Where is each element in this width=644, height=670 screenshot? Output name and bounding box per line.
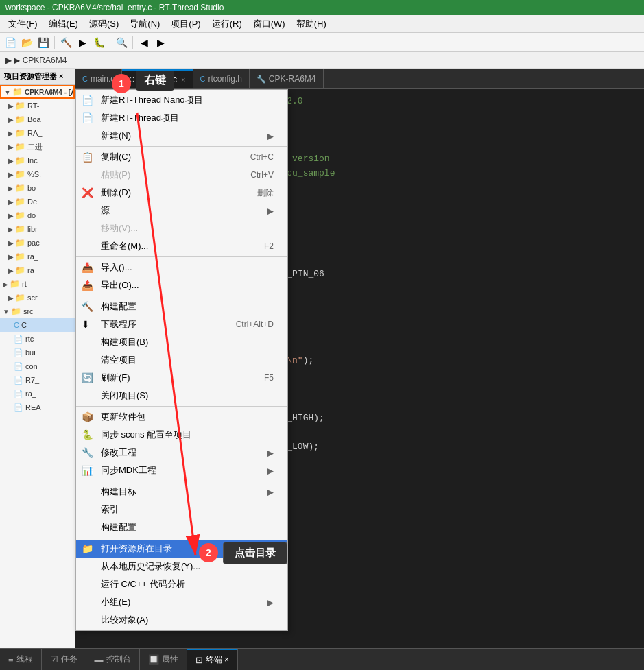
cm-build-config2[interactable]: 构建配置 [76, 518, 287, 536]
cm-run-analysis[interactable]: 运行 C/C++ 代码分析 [76, 575, 287, 593]
cm-update-package[interactable]: 📦 更新软件包 [76, 408, 287, 426]
cm-download[interactable]: ⬇ 下载程序 Ctrl+Alt+D [76, 315, 287, 333]
cm-team-arrow: ▶ [267, 597, 274, 608]
annotation-circle-2: 2 [199, 543, 218, 562]
bottom-tab-task[interactable]: ☑ 任务 [42, 649, 86, 670]
bottom-tab-terminal-label: 终端 × [206, 654, 229, 666]
cm-refresh[interactable]: 🔄 刷新(F) F5 [76, 369, 287, 387]
cm-copy-icon: 📋 [82, 152, 93, 163]
sidebar-item-bui[interactable]: 📄bui [0, 346, 75, 359]
cm-build-config[interactable]: 🔨 构建配置 [76, 298, 287, 315]
cm-team[interactable]: 小组(E) ▶ [76, 593, 287, 611]
sidebar-item-pct[interactable]: ▶📁%S. [0, 167, 75, 181]
sidebar-item-src[interactable]: ▼📁src [0, 304, 75, 318]
sidebar-item-c-file[interactable]: CC [0, 318, 75, 332]
menu-run[interactable]: 运行(R) [206, 16, 248, 32]
callout-right-click: 右键 [136, 71, 174, 91]
cm-sync-mdk-icon: 📊 [82, 465, 93, 476]
cm-sep3 [76, 296, 287, 296]
sidebar-item-scr[interactable]: ▶📁scr [0, 291, 75, 304]
callout2-label: 点击目录 [235, 547, 276, 558]
cm-refresh-label: 刷新(F) [101, 372, 130, 384]
bottom-tab-console[interactable]: ▬ 控制台 [86, 649, 140, 670]
toolbar-forward[interactable]: ▶ [153, 35, 168, 50]
tab-close-hal[interactable]: × [181, 75, 185, 84]
sidebar-item-do[interactable]: ▶📁do [0, 208, 75, 222]
cm-move-label: 移动(V)... [101, 222, 138, 235]
toolbar-back[interactable]: ◀ [136, 35, 152, 50]
sidebar-item-ra3[interactable]: 📄ra_ [0, 387, 75, 400]
toolbar-search[interactable]: 🔍 [114, 35, 129, 50]
cm-build-project[interactable]: 构建项目(B) [76, 333, 287, 351]
sidebar-item-bo[interactable]: ▶📁bo [0, 181, 75, 195]
toolbar-build[interactable]: 🔨 [58, 35, 73, 50]
cm-compare[interactable]: 比较对象(A) [76, 611, 287, 629]
cm-new-rtthread[interactable]: 📄 新建RT-Thread项目 [76, 109, 287, 127]
cm-export[interactable]: 📤 导出(O)... [76, 276, 287, 294]
cm-build-project-label: 构建项目(B) [101, 336, 148, 348]
menu-source[interactable]: 源码(S) [84, 16, 124, 32]
toolbar-debug[interactable]: 🐛 [91, 35, 106, 50]
bottom-tab-properties[interactable]: 🔲 属性 [140, 649, 187, 670]
sidebar-item-rtc[interactable]: 📄rtc [0, 332, 75, 346]
toolbar-new[interactable]: 📄 [3, 35, 18, 50]
sidebar-item-boa[interactable]: ▶📁Boa [0, 112, 75, 126]
cm-delete-label: 删除(D) [101, 187, 131, 199]
cm-import[interactable]: 📥 导入()... [76, 259, 287, 276]
menu-navigate[interactable]: 导航(N) [124, 16, 165, 32]
menu-edit[interactable]: 编辑(E) [43, 16, 84, 32]
tab-c-icon-main: C [82, 75, 88, 83]
bottom-tab-terminal[interactable]: ⊡ 终端 × [187, 649, 238, 670]
cm-sep2 [76, 256, 287, 257]
cm-import-label: 导入()... [101, 261, 132, 274]
sidebar-item-de[interactable]: ▶📁De [0, 195, 75, 208]
sidebar-item-inc[interactable]: ▶📁Inc [0, 154, 75, 167]
cm-sync-scons[interactable]: 🐍 同步 scons 配置至项目 [76, 426, 287, 444]
cm-index[interactable]: 索引 [76, 501, 287, 518]
sidebar-item-pac[interactable]: ▶📁pac [0, 236, 75, 250]
bottom-tab-thread[interactable]: ≡ 线程 [0, 649, 42, 670]
cm-delete[interactable]: ❌ 删除(D) 删除 [76, 184, 287, 202]
menu-window[interactable]: 窗口(W) [248, 16, 291, 32]
sidebar-item-ra[interactable]: ▶📁RA_ [0, 126, 75, 140]
cm-new-nano[interactable]: 📄 新建RT-Thread Nano项目 [76, 91, 287, 109]
cm-modify-project[interactable]: 🔧 修改工程 ▶ [76, 444, 287, 462]
menu-help[interactable]: 帮助(H) [291, 16, 332, 32]
cm-rename[interactable]: 重命名(M)... F2 [76, 237, 287, 255]
tree-arrow: ▼ [4, 88, 11, 96]
cm-move: 移动(V)... [76, 219, 287, 237]
toolbar-save[interactable]: 💾 [36, 35, 51, 50]
callout-click-dir: 点击目录 [223, 542, 287, 564]
cm-clean[interactable]: 清空项目 [76, 351, 287, 369]
cm-sync-mdk[interactable]: 📊 同步MDK工程 ▶ [76, 462, 287, 479]
sidebar-item-lib[interactable]: ▶📁libr [0, 222, 75, 236]
menu-file[interactable]: 文件(F) [3, 16, 43, 32]
project-name: CPKRA6M4 - [Active - Debug] [25, 88, 75, 96]
cm-copy[interactable]: 📋 复制(C) Ctrl+C [76, 148, 287, 166]
sidebar-item-rt[interactable]: ▶📁RT- [0, 99, 75, 112]
cm-delete-icon: ❌ [82, 187, 93, 198]
cm-close-project[interactable]: 关闭项目(S) [76, 387, 287, 405]
properties-icon: 🔲 [148, 654, 159, 665]
sidebar-item-erjin[interactable]: ▶📁二进 [0, 140, 75, 154]
cm-sep6 [76, 538, 287, 538]
tab-rtconfig[interactable]: C rtconfig.h [193, 69, 250, 88]
sidebar-item-ra2[interactable]: ▶📁ra_ [0, 263, 75, 277]
toolbar-open[interactable]: 📂 [19, 35, 34, 50]
sidebar-item-ra1[interactable]: ▶📁ra_ [0, 250, 75, 263]
sidebar-item-rea[interactable]: 📄REA [0, 400, 75, 414]
circle2-label: 2 [206, 547, 211, 558]
circle1-label: 1 [119, 78, 124, 89]
console-icon: ▬ [95, 654, 104, 665]
cm-source-label: 源 [101, 204, 110, 217]
sidebar-item-rt2[interactable]: ▶📁rt- [0, 277, 75, 291]
tab-cpkra6m4[interactable]: 🔧 CPK-RA6M4 [250, 69, 324, 88]
cm-source[interactable]: 源 ▶ [76, 202, 287, 219]
sidebar-item-con[interactable]: 📄con [0, 359, 75, 373]
cm-new[interactable]: 新建(N) ▶ [76, 127, 287, 145]
sidebar-project-root[interactable]: ▼ 📁 CPKRA6M4 - [Active - Debug] [0, 85, 75, 99]
toolbar-run[interactable]: ▶ [75, 35, 90, 50]
cm-build-target[interactable]: 构建目标 ▶ [76, 483, 287, 501]
sidebar-item-r7[interactable]: 📄R7_ [0, 373, 75, 387]
menu-project[interactable]: 项目(P) [165, 16, 206, 32]
